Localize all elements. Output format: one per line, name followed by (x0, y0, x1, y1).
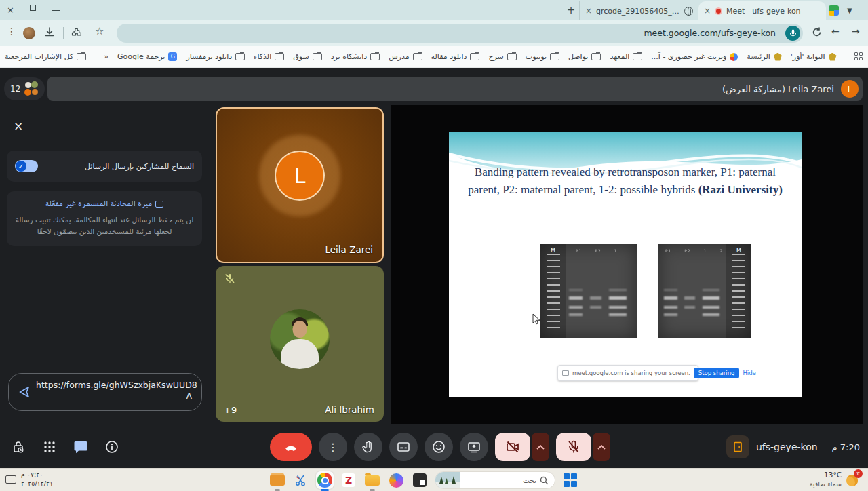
reactions-button[interactable] (425, 433, 453, 461)
participants-count-pill[interactable]: 12 (4, 77, 45, 100)
captions-button[interactable] (389, 433, 418, 461)
bookmark-folder[interactable]: سرح (488, 52, 516, 61)
participant-name: Ali Ibrahim (325, 404, 374, 415)
browser-titlebar: × — + × qrcode_291056405_e5f5a8bcbc × Me… (0, 0, 868, 20)
taskbar-search[interactable]: بحث (435, 471, 555, 489)
mic-off-button[interactable] (556, 433, 591, 461)
back-icon[interactable]: ← (831, 26, 840, 37)
taskbar-center: Z بحث (269, 471, 579, 490)
translate-icon: G (168, 52, 177, 61)
screen-icon (562, 370, 569, 376)
copilot-icon[interactable] (387, 471, 405, 489)
leave-call-button[interactable] (270, 433, 312, 461)
screen-share-stage: Banding pattern revealed by retrotranspo… (391, 105, 863, 424)
photos-app-icon[interactable] (411, 471, 429, 489)
folder-icon (507, 53, 517, 60)
window-restore-button[interactable] (30, 5, 36, 11)
site-favicon (730, 53, 738, 61)
bookmark-folder[interactable]: يونيوب (526, 52, 559, 61)
bookmark-folder[interactable]: مدرس (389, 52, 422, 61)
taskbar-clock[interactable]: ٠٧:٢٠ م ٢٠٢٥/١٢/٢١ (5, 471, 53, 488)
mic-muted-icon (224, 273, 236, 288)
zotero-icon[interactable]: Z (340, 471, 357, 489)
bookmarks-bar: البوابة 'أور' الرئيسة ويزيت غير حضورى - … (0, 46, 868, 68)
bookmarks-overflow-chevron[interactable]: « (104, 52, 108, 61)
bookmark-folder[interactable]: الذكاء (254, 52, 284, 61)
more-options-button[interactable]: ⋮ (319, 433, 347, 461)
tab-close-icon[interactable]: × (585, 6, 592, 16)
tab-meet[interactable]: × Meet - ufs-geye-kon (698, 1, 826, 20)
presenter-banner: L Leila Zarei (مشاركة العرض) (47, 77, 863, 101)
close-chat-panel-icon[interactable]: × (14, 119, 23, 133)
bookmark-star-icon[interactable]: ☆ (95, 25, 104, 37)
search-highlight-image (435, 471, 460, 489)
taskbar-app-orange[interactable] (269, 471, 286, 489)
mouse-cursor (532, 313, 542, 328)
window-close-button[interactable]: × (7, 5, 14, 16)
profile-avatar[interactable] (23, 27, 35, 39)
browser-menu-icon[interactable]: ⋮ (7, 26, 16, 37)
call-controls: ⋮ (270, 433, 610, 461)
send-message-icon[interactable] (18, 385, 31, 401)
tab-close-icon[interactable]: × (704, 6, 711, 16)
presenter-name: Leila Zarei (مشاركة العرض) (722, 84, 834, 94)
bookmark-item[interactable]: Gترجمة Google (117, 52, 177, 61)
downloads-icon[interactable] (43, 26, 56, 41)
info-button[interactable] (98, 433, 126, 461)
extensions-icon[interactable] (71, 26, 83, 41)
tab-list-chevron-icon[interactable]: ▼ (847, 7, 852, 14)
hide-toast-link[interactable]: Hide (743, 370, 755, 376)
snipping-tool-icon[interactable] (292, 471, 310, 489)
stop-sharing-button[interactable]: Stop sharing (694, 368, 740, 378)
tab-qrcode[interactable]: × qrcode_291056405_e5f5a8bcbc (579, 1, 698, 20)
chat-bubble-icon (155, 201, 163, 208)
clock-time: ٠٧:٢٠ م (21, 471, 53, 479)
bookmark-folder[interactable]: دانشكاه يزد (331, 52, 380, 61)
raise-hand-button[interactable] (354, 433, 382, 461)
mic-options-chevron[interactable] (593, 433, 610, 461)
apps-grid-icon[interactable] (854, 52, 863, 62)
bookmark-folder[interactable]: المعهد (610, 52, 642, 61)
new-tab-button[interactable]: + (563, 4, 579, 16)
present-screen-button[interactable] (460, 433, 488, 461)
address-bar[interactable]: meet.google.com/ufs-geye-kon (117, 24, 803, 43)
chat-notice-title: ميزة المحادثة المستمرة غير مفعّلة (45, 199, 153, 208)
windows-start-button[interactable] (561, 471, 579, 489)
chat-message-input[interactable]: https://forms.gle/ghWSzxbjaKswUUD8 A (8, 373, 202, 411)
chrome-icon-active[interactable] (316, 471, 334, 489)
host-controls-button[interactable] (4, 433, 33, 461)
dna-ladder (732, 254, 745, 331)
chat-notice-title-row: ميزة المحادثة المستمرة غير مفعّلة (14, 199, 195, 208)
folder-icon (633, 53, 642, 60)
divider (825, 441, 825, 452)
window-minimize-button[interactable]: — (52, 5, 60, 16)
bookmark-item[interactable]: ويزيت غير حضورى - آ... (651, 52, 738, 61)
camera-control-group (495, 433, 549, 461)
bookmark-folder[interactable]: دانلود نرمفسار (186, 52, 245, 61)
meeting-room-icon[interactable] (726, 435, 749, 458)
weather-widget[interactable]: 13°C سماء صافية ٣ (810, 471, 860, 488)
chat-button-active[interactable] (66, 433, 95, 461)
bookmark-item[interactable]: الرئيسة (747, 52, 782, 61)
video-tile-ali[interactable]: +9 Ali Ibrahim (216, 266, 384, 422)
participant-name: Leila Zarei (326, 244, 374, 255)
file-explorer-icon[interactable] (363, 471, 381, 489)
bookmark-folder[interactable]: دانلود مقاله (431, 52, 480, 61)
all-bookmarks-button[interactable]: كل الإشارات المرجعية (5, 52, 86, 61)
forward-icon[interactable]: → (852, 26, 860, 37)
toggle-check-icon: ✓ (16, 161, 26, 172)
camera-off-button[interactable] (495, 433, 530, 461)
bookmark-item[interactable]: البوابة 'أور' (791, 52, 837, 61)
more-participants-badge[interactable]: +9 (224, 405, 237, 415)
touch-keyboard-icon[interactable] (5, 475, 16, 484)
activities-button[interactable] (35, 433, 64, 461)
camera-options-chevron[interactable] (532, 433, 549, 461)
bookmark-folder[interactable]: تواصل (568, 52, 601, 61)
reload-icon[interactable] (811, 26, 823, 41)
bookmark-folder[interactable]: سوق (293, 52, 321, 61)
voice-search-icon[interactable] (785, 26, 800, 41)
video-tile-leila[interactable]: L Leila Zarei (216, 107, 384, 263)
allow-messages-toggle[interactable]: ✓ (15, 160, 38, 172)
gel-lane-labels: P1 P2 1 (576, 248, 618, 253)
avatar-letter: L (275, 151, 325, 201)
